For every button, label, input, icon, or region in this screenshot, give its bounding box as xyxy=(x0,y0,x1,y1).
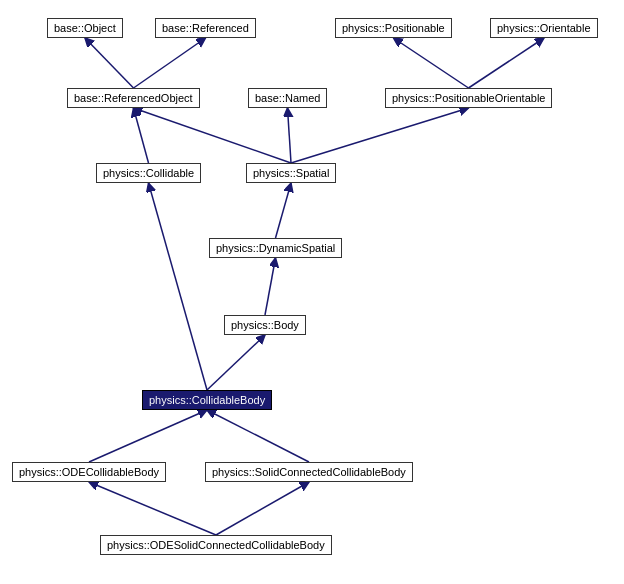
node-physics-ode-collidable-body[interactable]: physics::ODECollidableBody xyxy=(12,462,166,482)
arrow-base-referenced-object-to-base-object xyxy=(85,38,134,88)
arrow-physics-solid-connected-collidable-body-to-physics-collidable-body xyxy=(207,410,309,462)
node-physics-dynamic-spatial[interactable]: physics::DynamicSpatial xyxy=(209,238,342,258)
node-physics-solid-connected-collidable-body[interactable]: physics::SolidConnectedCollidableBody xyxy=(205,462,413,482)
node-physics-orientable[interactable]: physics::Orientable xyxy=(490,18,598,38)
node-physics-ode-solid-connected-collidable-body[interactable]: physics::ODESolidConnectedCollidableBody xyxy=(100,535,332,555)
node-physics-collidable[interactable]: physics::Collidable xyxy=(96,163,201,183)
arrow-physics-collidable-body-to-physics-body xyxy=(207,335,265,390)
node-physics-spatial[interactable]: physics::Spatial xyxy=(246,163,336,183)
arrow-physics-spatial-to-physics-positionable-orientable xyxy=(291,108,469,163)
arrow-physics-dynamic-spatial-to-physics-spatial xyxy=(276,183,292,238)
arrow-physics-positionable-orientable-to-physics-orientable xyxy=(469,38,545,88)
arrow-base-referenced-object-to-base-referenced xyxy=(134,38,206,88)
arrow-physics-collidable-to-base-referenced-object xyxy=(134,108,149,163)
node-physics-collidable-body[interactable]: physics::CollidableBody xyxy=(142,390,272,410)
node-base-referenced[interactable]: base::Referenced xyxy=(155,18,256,38)
arrow-physics-ode-solid-connected-collidable-body-to-physics-solid-connected-collidable-body xyxy=(216,482,309,535)
node-physics-body[interactable]: physics::Body xyxy=(224,315,306,335)
node-physics-positionable-orientable[interactable]: physics::PositionableOrientable xyxy=(385,88,552,108)
arrow-physics-positionable-orientable-to-physics-positionable xyxy=(394,38,469,88)
node-base-referenced-object[interactable]: base::ReferencedObject xyxy=(67,88,200,108)
arrow-physics-ode-collidable-body-to-physics-collidable-body xyxy=(89,410,207,462)
node-base-named[interactable]: base::Named xyxy=(248,88,327,108)
arrow-physics-ode-solid-connected-collidable-body-to-physics-ode-collidable-body xyxy=(89,482,216,535)
arrow-physics-spatial-to-base-referenced-object xyxy=(134,108,292,163)
node-base-object[interactable]: base::Object xyxy=(47,18,123,38)
diagram-container: base::Objectbase::Referencedphysics::Pos… xyxy=(0,0,624,584)
arrow-physics-spatial-to-base-named xyxy=(288,108,292,163)
node-physics-positionable[interactable]: physics::Positionable xyxy=(335,18,452,38)
arrow-physics-body-to-physics-dynamic-spatial xyxy=(265,258,276,315)
arrow-physics-collidable-body-to-physics-collidable xyxy=(149,183,208,390)
